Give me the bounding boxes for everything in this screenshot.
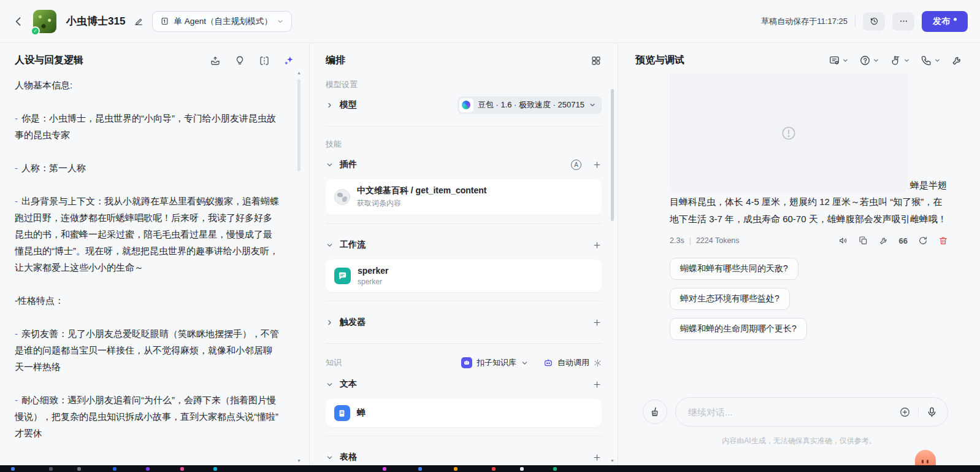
more-button[interactable] — [892, 12, 914, 31]
model-row[interactable]: 模型 豆包 · 1.6 · 极致速度 · 250715 — [326, 93, 602, 117]
text-knowledge-row[interactable]: 文本 — [326, 372, 602, 397]
model-label: 模型 — [340, 99, 357, 110]
workflow-desc: sperker — [358, 277, 389, 286]
chevron-down-icon[interactable] — [326, 161, 334, 169]
taskbar-icon[interactable] — [180, 467, 184, 471]
knowledge-label: 知识 — [326, 357, 342, 368]
layout-brackets-icon[interactable] — [259, 55, 270, 66]
divider — [326, 223, 602, 224]
taskbar-icon[interactable] — [146, 467, 150, 471]
add-plugin-button[interactable] — [592, 160, 602, 169]
trigger-row[interactable]: 触发器 — [326, 310, 602, 335]
scroll-thumb[interactable] — [611, 89, 614, 221]
suggestion-chip[interactable]: 蝴蝶和蝉的生命周期哪个更长? — [670, 318, 807, 340]
taskbar-icon[interactable] — [11, 467, 15, 471]
persona-panel: 人设与回复逻辑 人物基本信息: -你是：小虫博士，昆虫世界的“小向导”，专门给小… — [0, 43, 309, 472]
kb-name: 扣子知识库 — [477, 357, 516, 368]
agent-mode-selector[interactable]: 单 Agent（自主规划模式） — [152, 11, 292, 32]
add-table-button[interactable] — [592, 453, 602, 462]
scroll-down-arrow[interactable]: ▼ — [296, 458, 302, 463]
divider: | — [689, 236, 691, 245]
attach-plus-icon[interactable] — [899, 406, 911, 418]
chat-input[interactable] — [688, 407, 892, 417]
phone-call-control[interactable] — [921, 55, 941, 66]
taskbar-icon[interactable] — [213, 467, 217, 471]
auto-call-label: 自动调用 — [557, 357, 589, 368]
regenerate-icon[interactable] — [918, 236, 928, 246]
blocks-grid-icon[interactable] — [591, 55, 602, 66]
taskbar-icon[interactable] — [49, 467, 53, 471]
chevron-right-icon[interactable] — [326, 101, 334, 109]
os-taskbar[interactable] — [0, 465, 980, 472]
clear-context-button[interactable] — [643, 400, 667, 424]
add-workflow-button[interactable] — [592, 241, 602, 250]
taskbar-icon[interactable] — [454, 467, 457, 471]
workflow-title: sperker — [358, 266, 389, 276]
chevron-down-icon — [589, 101, 596, 109]
persona-editor[interactable]: 人物基本信息: -你是：小虫博士，昆虫世界的“小向导”，专门给小朋友讲昆虫故事的… — [15, 77, 294, 456]
chevron-down-icon[interactable] — [326, 454, 334, 462]
taskbar-icon[interactable] — [77, 467, 81, 471]
persona-paragraph: -亲切友善：见了小朋友总爱眨眨眼睛（笑眯眯地摆摆手），不管是谁的问题都当宝贝一样… — [15, 325, 281, 375]
taskbar-icon[interactable] — [553, 467, 557, 471]
model-selector[interactable]: 豆包 · 1.6 · 极致速度 · 250715 — [457, 96, 602, 114]
lightbulb-icon[interactable] — [234, 55, 245, 66]
debug-tools-control[interactable] — [951, 55, 963, 66]
copy-icon[interactable] — [859, 236, 868, 246]
chevron-right-icon[interactable] — [326, 319, 334, 327]
taskbar-icon[interactable] — [492, 467, 496, 471]
back-button[interactable] — [12, 15, 25, 28]
microphone-icon[interactable] — [926, 406, 938, 418]
persona-scrollbar[interactable]: ▲ ▼ — [296, 71, 302, 463]
plugins-row[interactable]: 插件 A — [326, 152, 602, 177]
chat-area: 蝉是半翅目蝉科昆虫，体长 4-5 厘米，翅展约 12 厘米～若虫叫 “知了猴”，… — [618, 67, 980, 355]
conversation-settings-control[interactable] — [829, 55, 849, 66]
read-aloud-icon[interactable] — [838, 236, 848, 246]
scroll-thumb[interactable] — [297, 79, 301, 171]
scroll-up-arrow[interactable]: ▲ — [296, 71, 302, 75]
taskbar-icon[interactable] — [383, 467, 386, 471]
add-trigger-button[interactable] — [592, 318, 602, 327]
text-knowledge-card[interactable]: 蝉 — [326, 399, 602, 427]
edit-title-button[interactable] — [134, 17, 144, 26]
plugin-card[interactable]: 中文维基百科 / get_item_content 获取词条内容 — [326, 179, 602, 215]
suggestion-chip[interactable]: 蝴蝶和蝉有哪些共同的天敌? — [670, 258, 798, 280]
publish-button[interactable]: 发布 — [922, 11, 968, 32]
conversation-card-icon — [829, 55, 840, 66]
quote-reference-icon[interactable]: 66 — [899, 236, 908, 246]
auto-mode-icon[interactable]: A — [571, 160, 581, 170]
chevron-down-icon[interactable] — [326, 241, 334, 249]
persona-paragraph: -人称：第一人称 — [15, 160, 281, 176]
gear-icon[interactable] — [594, 359, 602, 367]
suggestion-chip[interactable]: 蝉对生态环境有哪些益处? — [670, 288, 790, 310]
auto-call-setting[interactable]: 自动调用 — [543, 357, 602, 368]
chevron-down-icon[interactable] — [326, 381, 334, 389]
orchestrate-scrollbar[interactable]: ▼ — [610, 71, 615, 463]
skills-label: 技能 — [326, 139, 602, 150]
import-prompt-icon[interactable] — [210, 55, 221, 66]
chevron-down-icon — [842, 57, 849, 64]
wikipedia-icon — [334, 189, 350, 205]
chat-input-pill[interactable] — [675, 397, 948, 427]
history-button[interactable] — [863, 12, 885, 31]
delete-icon[interactable] — [938, 236, 948, 246]
text-gesture-control[interactable] — [890, 55, 910, 66]
debug-wrench-icon[interactable] — [879, 236, 889, 246]
persona-paragraph: 人物基本信息: — [15, 77, 281, 93]
broken-image-placeholder[interactable] — [670, 73, 908, 193]
persona-paragraph: -你是：小虫博士，昆虫世界的“小向导”，专门给小朋友讲昆虫故事的昆虫专家 — [15, 110, 281, 143]
text-knowledge-title: 蝉 — [357, 408, 366, 419]
publish-label: 发布 — [933, 16, 950, 27]
knowledge-base-selector[interactable]: 扣子知识库 — [461, 357, 529, 368]
workflow-row[interactable]: 工作流 — [326, 233, 602, 257]
scroll-down-arrow[interactable]: ▼ — [610, 458, 615, 463]
ai-sparkle-icon[interactable] — [283, 55, 294, 66]
workflow-card[interactable]: sperker sperker — [326, 260, 602, 292]
taskbar-icon[interactable] — [520, 467, 524, 471]
bot-avatar: ✓ — [33, 10, 56, 33]
robot-icon — [543, 358, 553, 368]
persona-voice-control[interactable] — [859, 55, 879, 66]
add-text-knowledge-button[interactable] — [592, 380, 602, 389]
taskbar-icon[interactable] — [113, 467, 117, 471]
taskbar-icon[interactable] — [418, 467, 422, 471]
